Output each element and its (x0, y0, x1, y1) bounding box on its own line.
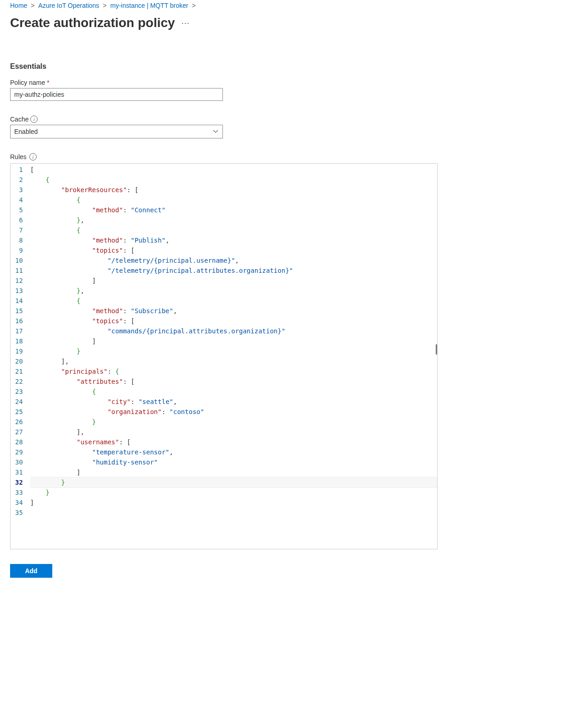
editor-line-gutter: 1234567891011121314151617181920212223242… (11, 164, 30, 549)
page-title: Create authorization policy (10, 16, 175, 30)
policy-name-input[interactable] (10, 88, 223, 101)
breadcrumb-home[interactable]: Home (10, 2, 27, 9)
info-icon[interactable]: i (29, 153, 37, 160)
policy-name-label: Policy name * (10, 79, 578, 86)
chevron-right-icon: > (31, 2, 34, 9)
cache-select[interactable]: Enabled (10, 125, 223, 138)
cache-select-value: Enabled (14, 128, 38, 135)
essentials-heading: Essentials (10, 62, 578, 71)
cache-label: Cache i (10, 116, 578, 123)
rules-json-editor[interactable]: 1234567891011121314151617181920212223242… (10, 163, 438, 549)
rules-label: Rules i (10, 153, 578, 160)
info-icon[interactable]: i (30, 116, 38, 123)
breadcrumb-azure-iot-operations[interactable]: Azure IoT Operations (39, 2, 100, 9)
editor-scrollbar-thumb[interactable] (436, 344, 437, 354)
breadcrumb-instance-mqtt-broker[interactable]: my-instance | MQTT broker (111, 2, 189, 9)
more-actions-icon[interactable]: ⋯ (181, 19, 189, 27)
breadcrumb: Home > Azure IoT Operations > my-instanc… (10, 2, 578, 9)
essentials-section: Essentials Policy name * Cache i Enabled (10, 62, 578, 549)
editor-code-area[interactable]: [ { "brokerResources": [ { "method": "Co… (30, 164, 437, 549)
add-button[interactable]: Add (10, 564, 52, 578)
chevron-right-icon: > (103, 2, 106, 9)
required-indicator: * (47, 79, 49, 86)
chevron-right-icon: > (192, 2, 195, 9)
